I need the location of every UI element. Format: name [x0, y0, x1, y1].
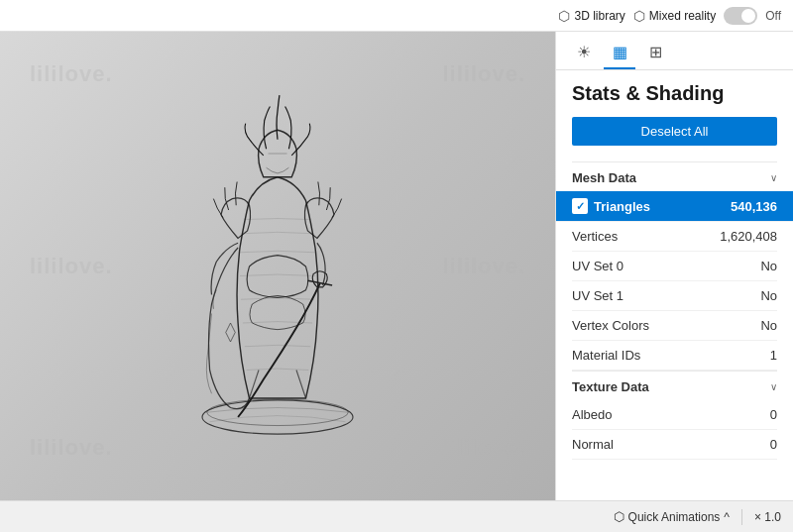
vertex-colors-value: No	[760, 318, 777, 333]
vertex-colors-label: Vertex Colors	[572, 318, 649, 333]
triangles-label: Triangles	[572, 198, 650, 214]
watermark-br: lililove.	[442, 435, 525, 461]
tab-lighting[interactable]: ☀	[568, 40, 600, 69]
chevron-up-icon: ^	[724, 510, 730, 524]
uv-set-1-value: No	[760, 288, 777, 303]
triangles-checkbox[interactable]	[572, 198, 588, 214]
triangles-value: 540,136	[731, 199, 777, 214]
normal-row: Normal 0	[572, 430, 777, 460]
triangles-row[interactable]: Triangles 540,136	[556, 191, 793, 222]
albedo-row: Albedo 0	[572, 400, 777, 430]
library-label: 3D library	[574, 9, 624, 23]
animation-icon: ⬡	[614, 509, 624, 524]
top-bar: ⬡ 3D library ⬡ Mixed reality Off	[0, 0, 793, 32]
mixed-reality-icon: ⬡	[633, 8, 645, 24]
watermark-ml: lililove.	[30, 254, 113, 279]
uv-set-0-label: UV Set 0	[572, 259, 623, 273]
watermark-tr: lililove.	[442, 61, 525, 87]
zoom-level: × 1.0	[754, 510, 781, 524]
watermark-tl: lililove.	[30, 61, 113, 87]
material-ids-row: Material IDs 1	[572, 341, 777, 371]
right-panel: ☀ ▦ ⊞ Stats & Shading Deselect All Mesh …	[555, 32, 793, 500]
mixed-reality-button[interactable]: ⬡ Mixed reality	[633, 8, 716, 24]
mixed-reality-toggle[interactable]	[724, 7, 757, 25]
mixed-reality-label: Mixed reality	[649, 9, 716, 23]
svg-point-1	[207, 398, 349, 425]
quick-animations-label: Quick Animations	[628, 510, 721, 524]
vertices-label: Vertices	[572, 229, 618, 244]
3d-model	[119, 68, 436, 465]
svg-point-0	[202, 399, 353, 433]
albedo-label: Albedo	[572, 407, 612, 422]
mesh-data-label: Mesh Data	[572, 170, 636, 185]
3d-library-button[interactable]: ⬡ 3D library	[558, 8, 624, 24]
texture-chevron-icon: ∨	[770, 381, 777, 392]
vertices-row: Vertices 1,620,408	[572, 222, 777, 252]
texture-data-section-header[interactable]: Texture Data ∨	[572, 371, 777, 400]
texture-data-label: Texture Data	[572, 379, 649, 394]
quick-animations-button[interactable]: ⬡ Quick Animations ^	[614, 509, 730, 524]
uv-set-1-label: UV Set 1	[572, 288, 623, 303]
deselect-all-button[interactable]: Deselect All	[572, 117, 777, 146]
bottom-bar: ⬡ Quick Animations ^ × 1.0	[0, 500, 793, 532]
mesh-chevron-icon: ∨	[770, 172, 777, 183]
uv-set-1-row: UV Set 1 No	[572, 281, 777, 311]
uv-set-0-value: No	[760, 259, 777, 273]
toggle-off-label: Off	[765, 9, 781, 23]
main-layout: lililove. lililove. lililove. lililove. …	[0, 32, 793, 500]
cube-icon: ⬡	[558, 8, 570, 24]
normal-value: 0	[770, 437, 777, 452]
panel-content: Stats & Shading Deselect All Mesh Data ∨…	[556, 70, 793, 500]
viewer-panel[interactable]: lililove. lililove. lililove. lililove. …	[0, 32, 555, 500]
tabs-row: ☀ ▦ ⊞	[556, 32, 793, 70]
tab-stats[interactable]: ▦	[604, 40, 635, 69]
watermark-bl: lililove.	[30, 435, 113, 461]
tab-grid[interactable]: ⊞	[639, 40, 671, 69]
model-svg	[149, 78, 406, 455]
mesh-data-section-header[interactable]: Mesh Data ∨	[572, 161, 777, 191]
albedo-value: 0	[770, 407, 777, 422]
material-ids-label: Material IDs	[572, 348, 640, 363]
normal-label: Normal	[572, 437, 614, 452]
watermark-mr: lililove.	[442, 254, 525, 279]
uv-set-0-row: UV Set 0 No	[572, 252, 777, 281]
bottom-divider	[741, 509, 742, 525]
panel-title: Stats & Shading	[572, 82, 777, 105]
vertex-colors-row: Vertex Colors No	[572, 311, 777, 341]
material-ids-value: 1	[770, 348, 777, 363]
svg-marker-2	[226, 323, 236, 342]
vertices-value: 1,620,408	[720, 229, 777, 244]
